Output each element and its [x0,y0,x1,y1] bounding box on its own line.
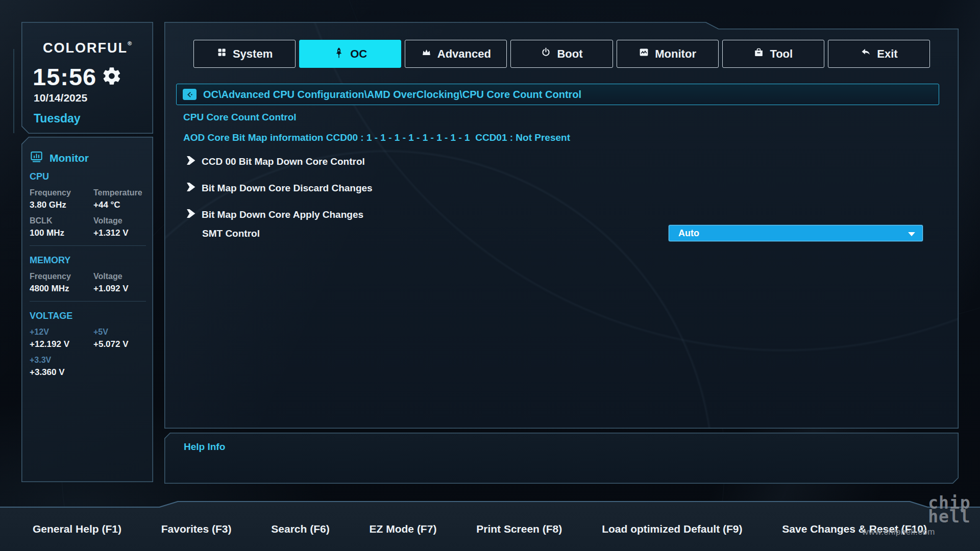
clock-date: 10/14/2025 [34,92,87,104]
menu-item-label: CCD 00 Bit Map Down Core Control [202,156,365,167]
monitor-icon [30,150,43,166]
tab-monitor[interactable]: Monitor [617,40,719,68]
hotkey-ez-mode-f7[interactable]: EZ Mode (F7) [370,523,437,535]
cpu-section-title: CPU [30,171,146,182]
bios-screen: COLORFUL® 15:56 10/14/2025 Tuesday Monit… [0,0,980,551]
power-icon [541,47,551,61]
cpu-frequency-readout: Frequency3.80 GHz [30,188,93,210]
tab-label: Exit [877,47,897,61]
tab-system[interactable]: System [193,40,296,68]
tab-tool[interactable]: Tool [722,40,824,68]
memory-section-title: MEMORY [30,255,146,266]
tab-exit[interactable]: Exit [828,40,930,68]
menu-item-label: Bit Map Down Core Apply Changes [202,209,363,220]
hotkey-search-f6[interactable]: Search (F6) [271,523,329,535]
top-tab-bar: System OC Advanced Boot Monitor [193,40,930,68]
divider [30,301,146,302]
cpu-readouts: CPU Frequency3.80 GHz Temperature+44 °C … [30,171,146,238]
clock-panel: COLORFUL® 15:56 10/14/2025 Tuesday [21,22,153,134]
colorful-logo: COLORFUL® [21,40,153,56]
dropdown-value: Auto [678,228,699,239]
hotkey-bar: General Help (F1) Favorites (F3) Search … [0,501,980,551]
submenu-arrow-icon [186,183,196,194]
gear-icon [102,66,122,88]
help-panel: Help Info [164,433,959,484]
back-arrow-icon [860,47,871,61]
menu-item-label: Bit Map Down Core Discard Changes [202,183,373,194]
hotkey-favorites-f3[interactable]: Favorites (F3) [161,523,232,535]
cpu-bclk-readout: BCLK100 MHz [30,216,93,238]
toolbox-icon [753,47,764,61]
submenu-arrow-icon [186,209,196,220]
breadcrumb-path: OC\Advanced CPU Configuration\AMD OverCl… [203,89,581,101]
voltage-readouts: VOLTAGE +12V+12.192 V +5V+5.072 V +3.3V+… [30,311,146,378]
cpu-voltage-readout: Voltage+1.312 V [93,216,146,238]
memory-readouts: MEMORY Frequency4800 MHz Voltage+1.092 V [30,255,146,294]
tab-boot[interactable]: Boot [510,40,612,68]
tab-advanced[interactable]: Advanced [405,40,507,68]
rail-3v3-readout: +3.3V+3.360 V [30,356,93,378]
crown-icon [421,47,432,61]
registered-mark: ® [128,40,132,46]
tab-label: Advanced [437,47,491,61]
monitor-panel: Monitor CPU Frequency3.80 GHz Temperatur… [21,137,153,482]
submenu-arrow-icon [186,156,196,167]
help-panel-bg [164,433,959,484]
breadcrumb[interactable]: OC\Advanced CPU Configuration\AMD OverCl… [176,84,939,105]
memory-voltage-readout: Voltage+1.092 V [93,272,146,294]
hotkey-general-help-f1[interactable]: General Help (F1) [33,523,121,535]
voltage-section-title: VOLTAGE [30,311,146,321]
menu-item-ccd00-bitmap-control[interactable]: CCD 00 Bit Map Down Core Control [186,156,365,168]
tab-label: System [233,47,273,61]
chevron-down-icon [908,228,915,239]
divider [30,245,146,246]
watermark-url: www.chiphell.com [862,527,935,537]
clock-day: Tuesday [34,112,81,126]
clock-time: 15:56 [33,63,96,91]
tab-label: OC [350,47,367,61]
monitor-title: Monitor [50,152,89,164]
tab-label: Tool [770,47,793,61]
left-edge-accent [13,49,14,133]
grid-icon [216,47,227,61]
tab-label: Monitor [655,47,696,61]
menu-item-discard-changes[interactable]: Bit Map Down Core Discard Changes [186,182,373,194]
chart-icon [639,47,649,61]
memory-frequency-readout: Frequency4800 MHz [30,272,93,294]
rocket-icon [333,47,345,61]
tab-label: Boot [557,47,582,61]
return-icon [183,89,197,100]
help-title: Help Info [184,441,225,453]
main-panel: System OC Advanced Boot Monitor [164,22,959,429]
tab-oc[interactable]: OC [299,40,401,68]
chiphell-logo: chip hell [926,496,973,523]
rail-5v-readout: +5V+5.072 V [93,328,146,349]
chiphell-logo-line2: hell [926,510,973,523]
rail-12v-readout: +12V+12.192 V [30,328,93,349]
smt-control-label: SMT Control [202,228,260,239]
hotkey-load-default-f9[interactable]: Load optimized Default (F9) [602,523,742,535]
hotkey-print-screen-f8[interactable]: Print Screen (F8) [476,523,562,535]
smt-control-dropdown[interactable]: Auto [669,225,923,241]
menu-item-apply-changes[interactable]: Bit Map Down Core Apply Changes [186,209,363,221]
page-title: CPU Core Count Control [183,112,297,123]
cpu-temperature-readout: Temperature+44 °C [93,188,146,210]
core-bitmap-info: AOD Core Bit Map information CCD00 : 1 -… [183,132,570,143]
